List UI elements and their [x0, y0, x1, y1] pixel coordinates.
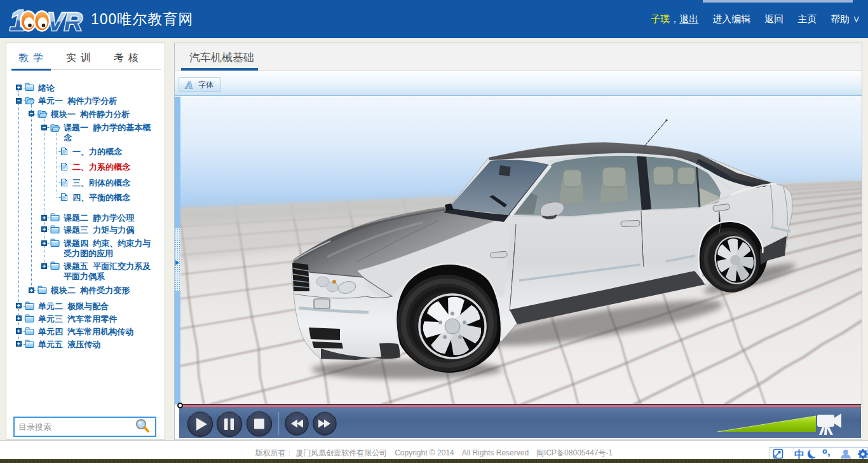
- svg-text:,: ,: [827, 447, 831, 458]
- svg-text:VR: VR: [47, 8, 83, 34]
- svg-text:A: A: [185, 79, 193, 90]
- svg-text:中: 中: [794, 449, 804, 460]
